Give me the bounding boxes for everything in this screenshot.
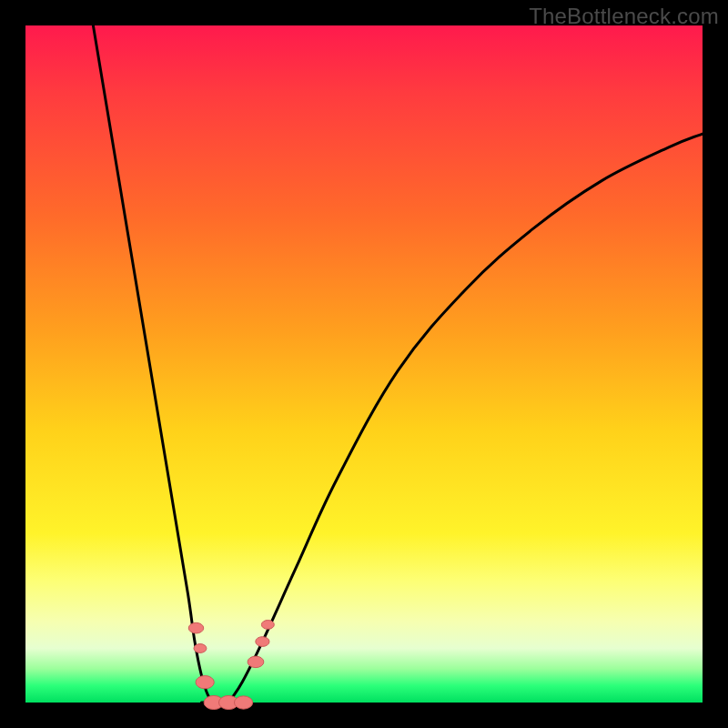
series-right-branch <box>228 134 703 703</box>
left-marker-low <box>196 676 214 689</box>
left-marker-mid <box>194 644 207 653</box>
right-marker-hi <box>261 621 274 630</box>
series-left-branch <box>93 25 215 703</box>
plot-area <box>25 25 703 703</box>
chart-svg <box>25 25 703 703</box>
left-marker-high <box>188 622 203 633</box>
floor-marker-c <box>234 696 252 709</box>
outer-frame: TheBottleneck.com <box>0 0 728 728</box>
right-marker-mid <box>256 637 269 647</box>
watermark-text: TheBottleneck.com <box>529 4 719 29</box>
right-marker-low <box>248 656 264 667</box>
